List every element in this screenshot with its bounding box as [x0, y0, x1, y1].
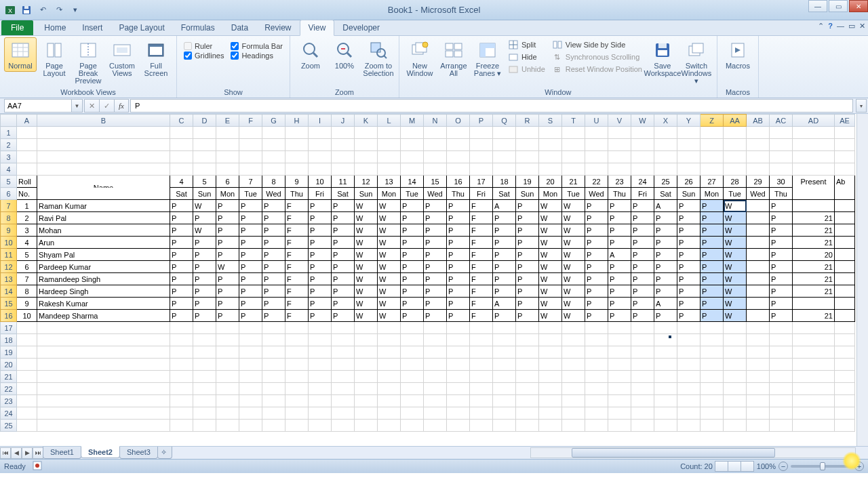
cell[interactable]	[447, 151, 470, 163]
header-cell[interactable]: P	[701, 212, 724, 224]
cell[interactable]	[585, 371, 608, 383]
tab-home[interactable]: Home	[36, 20, 74, 35]
cell[interactable]	[285, 420, 309, 432]
header-cell[interactable]: P	[262, 249, 285, 261]
cell[interactable]	[835, 127, 855, 139]
cell[interactable]	[193, 407, 216, 420]
header-cell[interactable]: 4	[17, 237, 37, 249]
cell[interactable]	[770, 334, 793, 346]
header-cell[interactable]: Raman Kumar	[37, 200, 170, 212]
cell[interactable]	[193, 346, 216, 359]
header-cell[interactable]: P	[677, 200, 701, 212]
header-cell[interactable]: 20	[539, 176, 562, 188]
cell[interactable]	[677, 407, 701, 420]
cell[interactable]	[539, 139, 562, 151]
header-cell[interactable]: W	[539, 200, 562, 212]
header-cell[interactable]: P	[770, 310, 793, 322]
formula-bar-expand-icon[interactable]: ▾	[856, 99, 867, 113]
header-cell[interactable]: P	[585, 285, 608, 298]
cell[interactable]	[37, 334, 170, 346]
cell[interactable]	[608, 127, 631, 139]
header-cell[interactable]: P	[424, 200, 447, 212]
row-header[interactable]: 18	[1, 334, 17, 346]
cell[interactable]	[654, 334, 677, 346]
cell[interactable]	[677, 334, 701, 346]
cell[interactable]	[793, 127, 835, 139]
cell[interactable]	[285, 395, 309, 407]
cell[interactable]	[677, 346, 701, 359]
cell[interactable]	[608, 420, 631, 432]
save-icon[interactable]	[19, 3, 34, 18]
cell[interactable]	[170, 163, 193, 176]
column-header[interactable]: A	[17, 115, 37, 127]
header-cell[interactable]: P	[216, 310, 239, 322]
header-cell[interactable]: 16	[447, 176, 470, 188]
header-cell[interactable]: Fri	[309, 188, 332, 200]
column-header[interactable]: J	[332, 115, 355, 127]
cell[interactable]	[539, 163, 562, 176]
header-cell[interactable]: F	[470, 310, 493, 322]
cell[interactable]	[654, 139, 677, 151]
header-cell[interactable]: F	[470, 261, 493, 273]
cell[interactable]	[355, 383, 378, 395]
column-header[interactable]: AA	[724, 115, 747, 127]
header-cell[interactable]: P	[332, 273, 355, 285]
cell[interactable]	[447, 127, 470, 139]
header-cell[interactable]: P	[585, 212, 608, 224]
header-cell[interactable]: F	[285, 261, 309, 273]
cell[interactable]	[724, 371, 747, 383]
cell[interactable]	[170, 127, 193, 139]
header-cell[interactable]: P	[170, 273, 193, 285]
cell[interactable]	[585, 334, 608, 346]
cell[interactable]	[470, 322, 493, 334]
column-header[interactable]: K	[355, 115, 378, 127]
cell[interactable]	[516, 383, 539, 395]
header-cell[interactable]: F	[470, 224, 493, 237]
cell[interactable]	[835, 420, 855, 432]
cell[interactable]	[631, 359, 654, 371]
cell[interactable]	[585, 322, 608, 334]
cell[interactable]	[332, 346, 355, 359]
header-cell[interactable]: P	[309, 273, 332, 285]
split-button[interactable]: Split	[505, 39, 548, 51]
cell[interactable]	[677, 371, 701, 383]
column-header[interactable]: Q	[493, 115, 516, 127]
cell[interactable]	[170, 151, 193, 163]
header-cell[interactable]: P	[193, 285, 216, 298]
header-cell[interactable]: P	[262, 273, 285, 285]
cell[interactable]	[793, 395, 835, 407]
cell[interactable]	[562, 139, 585, 151]
header-cell[interactable]: P	[701, 310, 724, 322]
cell[interactable]	[262, 407, 285, 420]
cell[interactable]	[793, 359, 835, 371]
cell[interactable]	[770, 163, 793, 176]
cell[interactable]	[285, 334, 309, 346]
header-cell[interactable]: P	[239, 249, 262, 261]
cell[interactable]	[747, 127, 770, 139]
cell[interactable]	[447, 163, 470, 176]
header-cell[interactable]: P	[585, 298, 608, 310]
cell[interactable]	[332, 322, 355, 334]
header-cell[interactable]: P	[631, 273, 654, 285]
header-cell[interactable]: P	[677, 285, 701, 298]
cell[interactable]	[701, 139, 724, 151]
cell[interactable]	[770, 151, 793, 163]
insert-sheet-tab[interactable]: ✧	[157, 447, 172, 459]
header-cell[interactable]: Sun	[355, 188, 378, 200]
cell[interactable]	[631, 346, 654, 359]
cell[interactable]	[239, 322, 262, 334]
cell[interactable]	[516, 346, 539, 359]
cell[interactable]	[170, 383, 193, 395]
header-cell[interactable]: W	[724, 237, 747, 249]
header-cell[interactable]: Mandeep Sharma	[37, 310, 170, 322]
cell[interactable]	[239, 139, 262, 151]
header-cell[interactable]: Tue	[239, 188, 262, 200]
row-header[interactable]: 14	[1, 285, 17, 298]
header-cell[interactable]: P	[516, 273, 539, 285]
cell[interactable]	[724, 322, 747, 334]
cell[interactable]	[424, 151, 447, 163]
header-cell[interactable]: Ab	[835, 176, 855, 188]
cell[interactable]	[332, 359, 355, 371]
cell[interactable]	[17, 359, 37, 371]
header-cell[interactable]: P	[631, 224, 654, 237]
